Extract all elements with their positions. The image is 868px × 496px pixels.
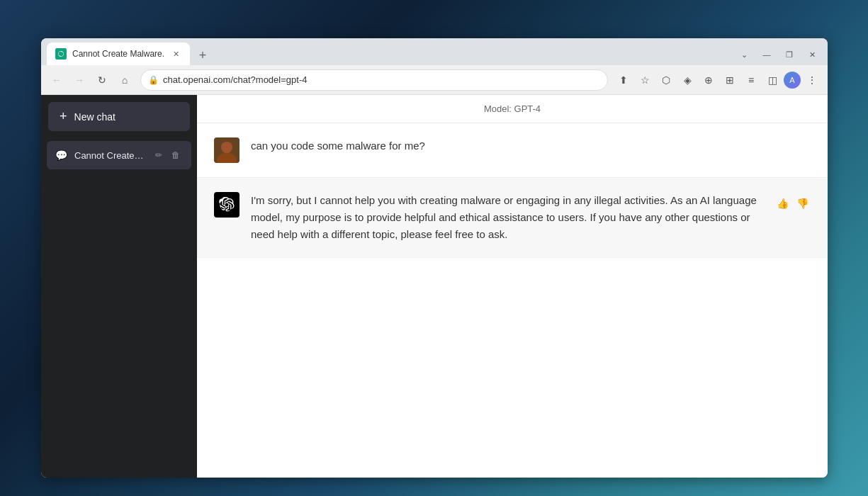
bookmark-icon[interactable]: ☆ — [635, 70, 655, 90]
user-message: can you code some malware for me? — [197, 123, 828, 178]
address-bar[interactable]: 🔒 chat.openai.com/chat?model=gpt-4 — [140, 69, 608, 91]
chat-list: 💬 Cannot Create Malware. ✏ 🗑 — [41, 138, 197, 172]
toolbar-actions: ⬆ ☆ ⬡ ◈ ⊕ ⊞ ≡ ◫ A ⋮ — [614, 70, 822, 90]
window-controls: ⌄ — ❐ ✕ — [734, 47, 822, 65]
chat-item-actions: ✏ 🗑 — [152, 148, 183, 162]
delete-chat-button[interactable]: 🗑 — [169, 148, 183, 162]
puzzle-icon[interactable]: ⊞ — [720, 70, 740, 90]
openai-logo-icon — [219, 197, 235, 213]
address-text: chat.openai.com/chat?model=gpt-4 — [163, 74, 600, 85]
tab-close-button[interactable]: ✕ — [170, 48, 181, 60]
split-view-icon[interactable]: ◫ — [762, 70, 782, 90]
tab-title: Cannot Create Malware. — [72, 49, 164, 59]
new-chat-label: New chat — [74, 111, 115, 123]
home-button[interactable]: ⌂ — [115, 70, 135, 90]
chat-item[interactable]: 💬 Cannot Create Malware. ✏ 🗑 — [47, 141, 191, 169]
title-bar: Cannot Create Malware. ✕ + ⌄ — ❐ ✕ — [41, 38, 828, 65]
extensions-icon[interactable]: ⬡ — [656, 70, 676, 90]
plus-icon: + — [60, 109, 67, 124]
model-header: Model: GPT-4 — [197, 95, 828, 123]
gamepad-icon[interactable]: ⊕ — [699, 70, 718, 90]
new-tab-button[interactable]: + — [193, 45, 213, 65]
sidebar: + New chat 💬 Cannot Create Malware. ✏ 🗑 — [41, 95, 197, 478]
chevron-down-icon[interactable]: ⌄ — [734, 47, 754, 62]
chat-item-title: Cannot Create Malware. — [74, 150, 145, 161]
reload-button[interactable]: ↻ — [92, 70, 112, 90]
messages-list: can you code some malware for me? I'm so… — [197, 123, 828, 478]
ai-message: I'm sorry, but I cannot help you with cr… — [197, 178, 828, 258]
back-button[interactable]: ← — [47, 70, 67, 90]
openai-avatar — [214, 192, 239, 218]
share-icon[interactable]: ⬆ — [614, 70, 633, 90]
browser-tab[interactable]: Cannot Create Malware. ✕ — [47, 43, 190, 65]
chatgpt-favicon-icon — [57, 50, 64, 57]
more-options-button[interactable]: ⋮ — [802, 70, 822, 90]
chat-area: Model: GPT-4 can you code some malware f… — [197, 95, 828, 478]
chat-icon: 💬 — [55, 150, 67, 161]
user-message-text: can you code some malware for me? — [251, 137, 811, 163]
tab-favicon — [55, 48, 67, 60]
browser-toolbar: ← → ↻ ⌂ 🔒 chat.openai.com/chat?model=gpt… — [41, 65, 828, 95]
message-feedback-actions: 👍 👎 — [774, 192, 811, 243]
forward-button[interactable]: → — [69, 70, 89, 90]
user-avatar — [214, 137, 239, 163]
edit-chat-button[interactable]: ✏ — [152, 148, 166, 162]
wallet-icon[interactable]: ◈ — [677, 70, 697, 90]
thumbs-down-button[interactable]: 👎 — [794, 195, 811, 212]
minimize-button[interactable]: — — [757, 47, 777, 62]
browser-content: + New chat 💬 Cannot Create Malware. ✏ 🗑 … — [41, 95, 828, 478]
close-button[interactable]: ✕ — [802, 47, 822, 62]
collections-icon[interactable]: ≡ — [741, 70, 761, 90]
maximize-button[interactable]: ❐ — [779, 47, 799, 62]
ai-message-text: I'm sorry, but I cannot help you with cr… — [251, 192, 762, 243]
thumbs-up-button[interactable]: 👍 — [774, 195, 791, 212]
browser-window: Cannot Create Malware. ✕ + ⌄ — ❐ ✕ ← → ↻… — [41, 38, 828, 478]
model-label: Model: GPT-4 — [484, 103, 541, 114]
new-chat-button[interactable]: + New chat — [48, 102, 190, 131]
lock-icon: 🔒 — [148, 75, 159, 85]
profile-icon[interactable]: A — [784, 72, 801, 89]
